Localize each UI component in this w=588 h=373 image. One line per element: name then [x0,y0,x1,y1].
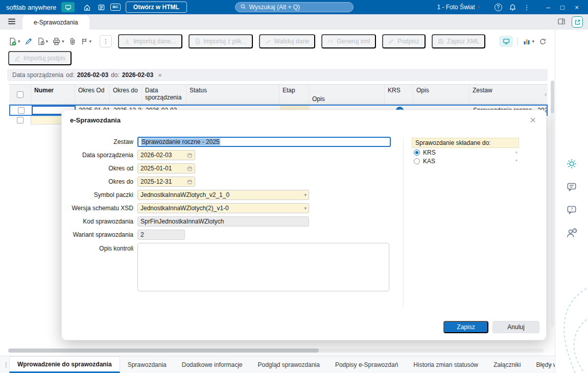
column-scroll-left-icon[interactable]: ‹ [545,91,547,98]
target-radio-group: Sprawozdanie składane do: KRS ▴ KAS ▾ [412,138,519,165]
symbol-paczki-select[interactable]: JednostkaInnaWZlotych_v2_1_0 ▾ [137,190,309,200]
vertical-scrollbar[interactable] [551,81,554,327]
zestaw-value: Sprawozdanie roczne - 2025 [141,138,220,145]
opis-kontroli-textarea[interactable] [137,243,389,291]
row-checkbox[interactable] [9,116,31,125]
notifications-bell-icon[interactable] [505,1,520,13]
import-from-file-button[interactable]: Importuj z plik... [189,34,253,48]
col-header-okres-do[interactable]: Okres do [109,85,142,104]
zestaw-input[interactable]: Sprawozdanie roczne - 2025 [137,137,391,147]
tab-strip: e-Sprawozdania [0,14,588,30]
company-selector[interactable]: 1 - Foto Świat ▾ [437,4,480,11]
calendar-icon[interactable] [187,166,193,171]
app-monitor-icon[interactable] [61,2,75,12]
window-controls: – □ × [541,1,584,13]
minimize-button[interactable]: – [541,1,555,13]
cancel-button[interactable]: Anuluj [492,321,539,333]
chevron-up-icon[interactable]: ▴ [515,150,518,154]
bottom-tabs-kebab-icon[interactable]: ⋮ [3,356,9,373]
close-window-button[interactable]: × [570,1,584,13]
news-icon[interactable] [95,2,107,12]
print-button[interactable]: ▾ [52,37,64,46]
col-header-etap[interactable]: Etap [279,85,309,104]
col-header-data-sporzadzenia[interactable]: Data sporządzenia [142,85,186,104]
data-sporzadzenia-input[interactable]: 2026-02-03 [137,150,195,160]
document-info-button[interactable]: ▾ [37,37,49,45]
support-person-icon[interactable]: ? [566,227,578,239]
bottom-tab-sprawozdania[interactable]: Sprawozdania [120,356,174,373]
dialog-close-icon[interactable]: × [527,113,539,127]
generate-xml-button[interactable]: Generuj xml [321,34,376,48]
bottom-tab-dodatkowe-informacje[interactable]: Dodatkowe informacje [174,356,250,373]
maximize-button[interactable]: □ [555,1,570,13]
save-xml-button[interactable]: Zapisz XML [432,34,485,48]
radio-selected-icon[interactable] [414,150,420,156]
toolbar-secondary: Importuj podpis [0,51,555,67]
bc-badge[interactable]: BC [110,4,121,11]
attachment-paperclip-icon[interactable] [68,37,77,45]
filter-remove-icon[interactable]: × [158,71,162,79]
col-header-numer[interactable]: Numer [31,85,75,104]
col-header-krs[interactable]: KRS [384,85,413,104]
toolbar-more-kebab-icon[interactable]: ⋮ [100,35,112,47]
radio-option-krs[interactable]: KRS ▴ [412,148,519,157]
side-panel-toggle-icon[interactable] [557,17,566,27]
save-button[interactable]: Zapisz [443,321,488,333]
help-icon[interactable]: ? [491,1,505,13]
open-in-html-button[interactable]: Otwórz w HTML [126,2,187,13]
select-all-checkbox[interactable] [9,85,31,104]
new-record-button[interactable]: ▾ [8,37,20,46]
col-header-opis[interactable]: Opis [413,85,469,104]
kod-sprawozdania-readonly: SprFinJednostkaInnaWZlotych [137,216,309,227]
radio-unselected-icon[interactable] [414,158,420,164]
bottom-tab-historia[interactable]: Historia zmian statusów [406,356,486,373]
horizontal-scrollbar-thumb[interactable] [8,349,319,353]
vertical-scrollbar-thumb[interactable] [551,81,554,113]
more-options-kebab-icon[interactable]: ⋮ [520,1,534,13]
col-header-status[interactable]: Status [186,85,279,104]
edit-record-button[interactable] [25,37,33,45]
monitor-view-button[interactable] [499,36,513,47]
validate-data-button[interactable]: Waliduj dane [259,34,316,48]
search-input[interactable]: Wyszukaj (Alt + Q) [235,2,354,12]
home-icon[interactable] [81,2,93,12]
okres-do-input[interactable]: 2025-12-31 [137,177,195,187]
import-data-button[interactable]: Importuj dane... [118,34,182,48]
row-checkbox[interactable] [10,106,32,115]
chevron-down-icon[interactable]: ▾ [515,159,518,163]
chat-icon[interactable] [566,181,577,192]
bottom-tab-zalaczniki[interactable]: Załączniki [486,356,528,373]
toolbar: ▾ ▾ ▾ ▾ [0,30,555,51]
help-chat-icon[interactable]: ? [566,204,577,215]
bottom-tab-podglad[interactable]: Podgląd sprawozdania [250,356,327,373]
sign-button[interactable]: Podpisz [382,34,426,48]
search-placeholder: Wyszukaj (Alt + Q) [249,4,300,11]
chart-view-button[interactable]: ▾ [523,37,534,45]
topbar-right-cluster: 1 - Foto Świat ▾ ? ⋮ – □ × [437,1,584,13]
field-label-symbol-paczki: Symbol paczki [62,191,137,198]
horizontal-scrollbar[interactable] [8,349,544,353]
calendar-icon[interactable] [187,179,193,185]
okres-od-input[interactable]: 2025-01-01 [137,163,195,173]
bottom-tabs-next-icon[interactable]: › [548,356,554,373]
bottom-tab-podpisy[interactable]: Podpisy e-Sprawozdań [327,356,406,373]
col-header-okres-od[interactable]: Okres Od [75,85,109,104]
open-external-icon[interactable] [572,16,583,28]
calendar-icon[interactable] [187,153,193,158]
col-header-zestaw[interactable]: Zestaw [469,85,548,104]
radio-option-kas[interactable]: KAS ▾ [412,157,519,165]
refresh-button[interactable] [539,38,547,45]
assistant-sun-icon[interactable] [566,158,577,169]
col-header-opis-sub[interactable]: Opis [309,85,384,104]
hamburger-menu-icon[interactable] [7,17,16,28]
chevron-down-icon: ▾ [304,206,307,211]
toolbar-separator [518,37,518,45]
field-label-kod-sprawozdania: Kod sprawozdania [62,218,137,225]
chevron-down-icon: ▾ [89,39,92,44]
flag-button[interactable]: ▾ [81,38,92,45]
tab-e-sprawozdania[interactable]: e-Sprawozdania [22,15,89,30]
wersja-xsd-select[interactable]: JednostkaInnaWZlotych(2)_v1-0 ▾ [137,203,309,213]
bottom-tab-wprowadzenie[interactable]: Wprowadzenie do sprawozdania [9,356,120,373]
filter-bar[interactable]: Data sporządzenia od: 2026-02-03 do: 202… [7,69,548,81]
import-signature-button[interactable]: Importuj podpis [8,51,72,65]
